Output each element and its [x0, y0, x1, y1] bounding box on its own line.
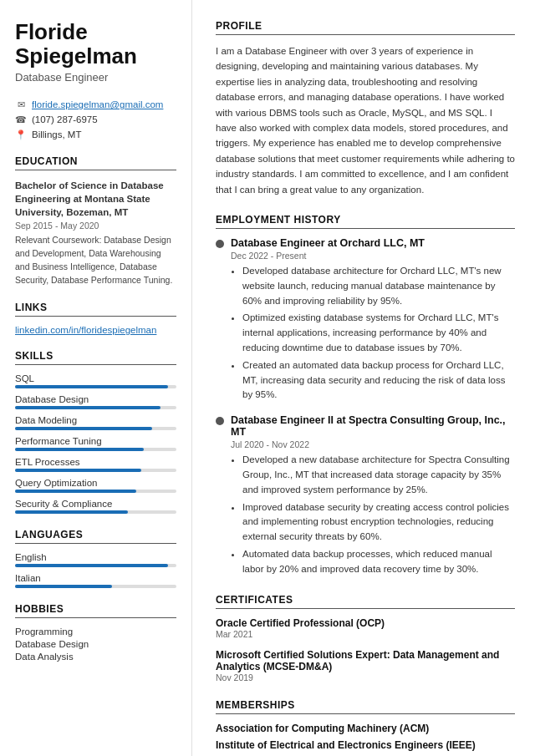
language-item: Italian	[15, 573, 176, 588]
cert-name: Oracle Certified Professional (OCP)	[216, 617, 515, 629]
hobby-item: Data Analysis	[15, 652, 176, 662]
education-date: Sep 2015 - May 2020	[15, 221, 176, 231]
email-link[interactable]: floride.spiegelman@gmail.com	[32, 99, 163, 109]
skill-item: Performance Tuning	[15, 436, 176, 451]
profile-text: I am a Database Engineer with over 3 yea…	[216, 43, 515, 197]
contact-location: 📍 Billings, MT	[15, 129, 176, 140]
employment-job: Database Engineer at Orchard LLC, MT Dec…	[216, 237, 515, 403]
bullet-item: Developed a new database architecture fo…	[242, 453, 515, 497]
hobby-item: Programming	[15, 627, 176, 637]
skill-bar-fill	[15, 406, 160, 409]
certificates-section: CERTIFICATES Oracle Certified Profession…	[216, 594, 515, 682]
job-title: Database Engineer II at Spectra Consulti…	[231, 414, 515, 438]
skill-item: ETL Processes	[15, 457, 176, 472]
skill-label: Database Design	[15, 394, 176, 404]
skill-label: Security & Compliance	[15, 499, 176, 509]
language-bar-bg	[15, 585, 176, 588]
skill-bar-bg	[15, 448, 176, 451]
bullet-item: Developed database architecture for Orch…	[242, 264, 515, 308]
skill-label: Query Optimization	[15, 478, 176, 488]
language-item: English	[15, 552, 176, 567]
contact-email: ✉ floride.spiegelman@gmail.com	[15, 99, 176, 110]
job-header: Database Engineer II at Spectra Consulti…	[216, 414, 515, 438]
skill-item: Database Design	[15, 394, 176, 409]
employment-list: Database Engineer at Orchard LLC, MT Dec…	[216, 237, 515, 577]
membership-item: Association for Computing Machinery (ACM…	[216, 723, 515, 734]
education-section-title: EDUCATION	[15, 155, 176, 170]
education-degree: Bachelor of Science in Database Engineer…	[15, 179, 176, 219]
language-bar-bg	[15, 564, 176, 567]
memberships-section: MEMBERSHIPS Association for Computing Ma…	[216, 699, 515, 751]
location-text: Billings, MT	[32, 129, 81, 140]
language-label: English	[15, 552, 176, 562]
job-date: Jul 2020 - Nov 2022	[231, 439, 515, 449]
contact-phone: ☎ (107) 287-6975	[15, 114, 176, 125]
membership-item: Institute of Electrical and Electronics …	[216, 739, 515, 751]
skills-list: SQL Database Design Data Modeling Perfor…	[15, 373, 176, 514]
linkedin-link[interactable]: linkedin.com/in/floridespiegelman	[15, 325, 176, 335]
cert-date: Mar 2021	[216, 629, 515, 639]
resume-page: Floride Spiegelman Database Engineer ✉ f…	[0, 0, 535, 756]
links-section-title: LINKS	[15, 302, 176, 317]
phone-number: (107) 287-6975	[32, 114, 98, 124]
skill-item: Data Modeling	[15, 415, 176, 430]
skill-bar-bg	[15, 469, 176, 472]
profile-section: PROFILE I am a Database Engineer with ov…	[216, 20, 515, 197]
job-date: Dec 2022 - Present	[231, 251, 515, 261]
languages-section-title: LANGUAGES	[15, 529, 176, 544]
job-dot	[216, 417, 224, 425]
skill-item: Security & Compliance	[15, 499, 176, 514]
job-bullets: Developed database architecture for Orch…	[231, 264, 515, 403]
contact-info: ✉ floride.spiegelman@gmail.com ☎ (107) 2…	[15, 99, 176, 140]
certs-list: Oracle Certified Professional (OCP) Mar …	[216, 617, 515, 682]
employment-section-title: EMPLOYMENT HISTORY	[216, 214, 515, 229]
location-icon: 📍	[15, 129, 27, 140]
skill-bar-bg	[15, 406, 176, 409]
skill-bar-fill	[15, 427, 152, 430]
employment-job: Database Engineer II at Spectra Consulti…	[216, 414, 515, 577]
skill-item: Query Optimization	[15, 478, 176, 493]
email-icon: ✉	[15, 99, 27, 110]
language-bar-fill	[15, 585, 112, 588]
candidate-title: Database Engineer	[15, 71, 176, 84]
memberships-list: Association for Computing Machinery (ACM…	[216, 723, 515, 751]
certificate-item: Microsoft Certified Solutions Expert: Da…	[216, 649, 515, 682]
education-coursework: Relevant Coursework: Database Design and…	[15, 234, 176, 287]
certificates-section-title: CERTIFICATES	[216, 594, 515, 609]
skill-bar-bg	[15, 427, 176, 430]
skill-item: SQL	[15, 373, 176, 388]
profile-section-title: PROFILE	[216, 20, 515, 35]
bullet-item: Optimized existing database systems for …	[242, 311, 515, 355]
coursework-label: Relevant Coursework:	[15, 235, 101, 245]
language-bar-fill	[15, 564, 168, 567]
language-label: Italian	[15, 573, 176, 583]
skill-bar-fill	[15, 385, 168, 388]
job-header: Database Engineer at Orchard LLC, MT	[216, 237, 515, 249]
skill-bar-fill	[15, 490, 136, 493]
skill-bar-bg	[15, 490, 176, 493]
skill-label: Performance Tuning	[15, 436, 176, 446]
hobbies-list: ProgrammingDatabase DesignData Analysis	[15, 627, 176, 662]
bullet-item: Created an automated data backup process…	[242, 358, 515, 403]
phone-icon: ☎	[15, 114, 27, 125]
skill-bar-fill	[15, 510, 128, 514]
skills-section-title: SKILLS	[15, 350, 176, 365]
hobbies-section-title: HOBBIES	[15, 603, 176, 618]
cert-date: Nov 2019	[216, 672, 515, 682]
skill-label: SQL	[15, 373, 176, 383]
skill-bar-bg	[15, 385, 176, 388]
languages-list: English Italian	[15, 552, 176, 588]
main-content: PROFILE I am a Database Engineer with ov…	[192, 0, 535, 756]
bullet-item: Automated data backup processes, which r…	[242, 547, 515, 577]
bullet-item: Improved database security by creating a…	[242, 500, 515, 545]
candidate-name: Floride Spiegelman	[15, 20, 176, 68]
skill-label: ETL Processes	[15, 457, 176, 467]
certificate-item: Oracle Certified Professional (OCP) Mar …	[216, 617, 515, 639]
sidebar: Floride Spiegelman Database Engineer ✉ f…	[0, 0, 192, 756]
skill-bar-fill	[15, 448, 144, 451]
skill-bar-fill	[15, 469, 141, 472]
job-bullets: Developed a new database architecture fo…	[231, 453, 515, 577]
hobby-item: Database Design	[15, 639, 176, 649]
job-dot	[216, 240, 224, 248]
employment-section: EMPLOYMENT HISTORY Database Engineer at …	[216, 214, 515, 577]
